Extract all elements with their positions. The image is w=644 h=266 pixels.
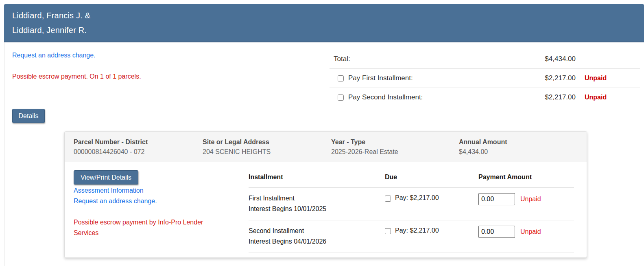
total-label: Total:	[330, 55, 511, 63]
annual-amount-column: Annual Amount $4,434.00	[459, 137, 587, 162]
payment-amount-column-header: Payment Amount	[478, 174, 574, 181]
view-print-details-button[interactable]: View/Print Details	[74, 170, 138, 185]
second-installment-amount: $2,217.00	[511, 93, 576, 101]
first-installment-unpaid-status: Unpaid	[520, 193, 541, 205]
first-installment-amount-input[interactable]	[478, 193, 515, 205]
pay-second-installment-row: Pay Second Installment: $2,217.00 Unpaid	[330, 88, 640, 107]
site-address-label: Site or Legal Address	[203, 137, 331, 147]
first-installment-pay-label: Pay: $2,217.00	[395, 194, 439, 202]
second-installment-pay-label: Pay: $2,217.00	[395, 227, 439, 234]
parcel-number-column: Parcel Number - District 000000814426040…	[74, 137, 203, 162]
total-amount: $4,434.00	[511, 55, 576, 63]
second-installment-amount-input[interactable]	[478, 226, 515, 238]
parcel-number-label: Parcel Number - District	[74, 137, 203, 147]
pay-second-installment-label: Pay Second Installment:	[348, 93, 423, 101]
parcel-number-value: 000000814426040 - 072	[74, 147, 203, 157]
year-type-column: Year - Type 2025-2026-Real Estate	[331, 137, 459, 162]
first-installment-amount: $2,217.00	[511, 74, 576, 82]
year-type-value: 2025-2026-Real Estate	[331, 147, 459, 157]
escrow-payment-message: Possible escrow payment. On 1 of 1 parce…	[12, 73, 141, 80]
owner-name-line1: Liddiard, Francis J. &	[12, 8, 636, 23]
parcel-details-panel: Parcel Number - District 000000814426040…	[64, 131, 587, 258]
second-installment-status-badge: Unpaid	[576, 94, 640, 101]
parcel-escrow-message: Possible escrow payment by Info-Pro Lend…	[74, 217, 220, 238]
pay-second-installment-checkbox[interactable]	[338, 95, 344, 101]
first-installment-pay-checkbox[interactable]	[385, 196, 391, 202]
assessment-information-link[interactable]: Assessment Information	[74, 187, 144, 194]
installment-column-header: Installment	[249, 174, 385, 181]
payment-summary-table: Total: $4,434.00 Pay First Installment: …	[330, 50, 640, 107]
second-installment-table-row: Second Installment Interest Begins 04/01…	[249, 220, 574, 253]
parcel-details-body: View/Print Details Assessment Informatio…	[65, 162, 587, 257]
pay-first-installment-row: Pay First Installment: $2,217.00 Unpaid	[330, 69, 640, 88]
year-type-label: Year - Type	[331, 137, 459, 147]
second-installment-interest: Interest Begins 04/01/2026	[249, 236, 385, 247]
first-installment-interest: Interest Begins 10/01/2025	[249, 204, 385, 214]
first-installment-table-row: First Installment Interest Begins 10/01/…	[249, 188, 574, 220]
owner-header-bar: Liddiard, Francis J. & Liddiard, Jennife…	[4, 4, 644, 42]
site-address-value: 204 SCENIC HEIGHTS	[203, 147, 331, 157]
page: Liddiard, Francis J. & Liddiard, Jennife…	[0, 0, 644, 266]
site-address-column: Site or Legal Address 204 SCENIC HEIGHTS	[203, 137, 331, 162]
installment-table-header: Installment Due Payment Amount	[249, 174, 574, 188]
total-row: Total: $4,434.00	[330, 50, 640, 69]
due-column-header: Due	[385, 174, 478, 181]
second-installment-pay-checkbox[interactable]	[385, 228, 391, 234]
second-installment-name: Second Installment	[249, 226, 385, 236]
first-installment-status-badge: Unpaid	[576, 75, 640, 82]
pay-first-installment-label: Pay First Installment:	[348, 74, 413, 82]
page-card-left-edge	[4, 4, 4, 266]
first-installment-name: First Installment	[249, 193, 385, 204]
parcel-details-header: Parcel Number - District 000000814426040…	[65, 132, 587, 162]
annual-amount-value: $4,434.00	[459, 147, 587, 157]
second-installment-unpaid-status: Unpaid	[520, 226, 541, 238]
pay-first-installment-checkbox[interactable]	[338, 75, 344, 81]
parcel-request-address-change-link[interactable]: Request an address change.	[74, 198, 157, 205]
installment-table: Installment Due Payment Amount First Ins…	[249, 174, 574, 253]
annual-amount-label: Annual Amount	[459, 137, 587, 147]
owner-name-line2: Liddiard, Jennifer R.	[12, 23, 636, 37]
request-address-change-link[interactable]: Request an address change.	[12, 52, 96, 59]
details-button[interactable]: Details	[12, 109, 45, 123]
